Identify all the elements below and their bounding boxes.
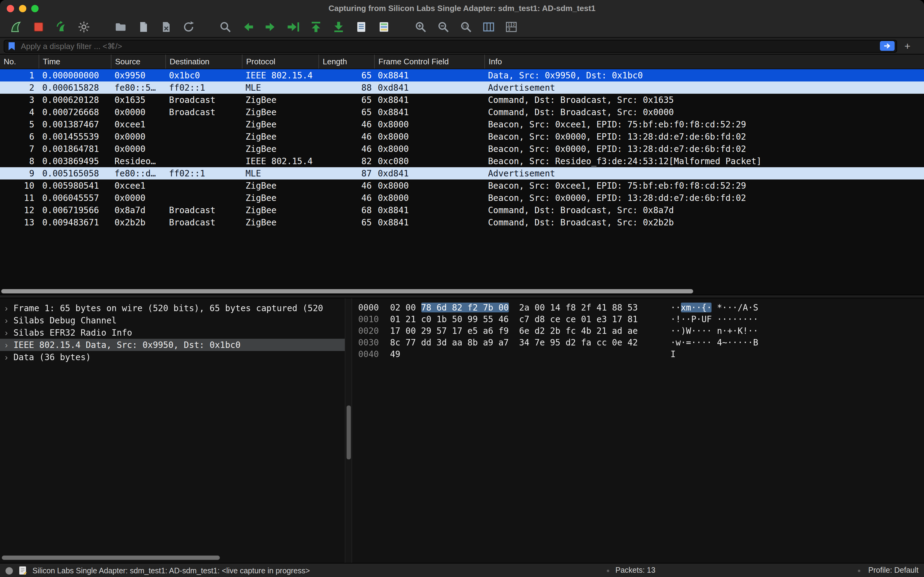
- zoom-out-icon[interactable]: [436, 19, 451, 34]
- hex-row-0040[interactable]: 004049I: [352, 348, 924, 360]
- hex-offset: 0010: [358, 314, 380, 325]
- packet-row-5[interactable]: 50.0013874670xcee1ZigBee460x8000Beacon, …: [0, 118, 924, 131]
- cell-proto: ZigBee: [242, 143, 319, 155]
- cell-src: 0x1635: [111, 94, 165, 106]
- open-file-icon[interactable]: [113, 19, 128, 34]
- capture-comment-icon[interactable]: [18, 566, 27, 575]
- zoom-reset-icon[interactable]: 1:1: [459, 19, 473, 34]
- packet-row-12[interactable]: 120.0067195660x8a7dBroadcastZigBee680x88…: [0, 204, 924, 216]
- column-header-src[interactable]: Source: [111, 55, 165, 69]
- cell-info: Beacon, Src: 0x0000, EPID: 13:28:dd:e7:d…: [485, 143, 924, 155]
- start-capture-icon[interactable]: [8, 19, 23, 34]
- display-filter-input[interactable]: [4, 40, 897, 52]
- packet-list-hscrollbar[interactable]: [0, 288, 924, 294]
- cell-len: 46: [319, 143, 374, 155]
- main-toolbar: 1:1123: [0, 16, 924, 37]
- hex-row-0030[interactable]: 00308c 77 dd 3d aa 8b a9 a7 34 7e 95 d2 …: [352, 337, 924, 348]
- cell-time: 0.000620128: [39, 94, 111, 106]
- close-file-icon[interactable]: [159, 19, 173, 34]
- minimize-window-button[interactable]: [19, 5, 26, 12]
- hex-row-0020[interactable]: 002017 00 29 57 17 e5 a6 f9 6e d2 2b fc …: [352, 325, 924, 337]
- details-hscrollbar[interactable]: [1, 555, 344, 561]
- go-forward-icon[interactable]: [263, 19, 278, 34]
- detail-row[interactable]: ›Data (36 bytes): [0, 351, 345, 363]
- packet-row-9[interactable]: 90.005165058fe80::d…ff02::1MLE870xd841Ad…: [0, 167, 924, 179]
- cell-dst: [165, 192, 242, 204]
- cell-no: 13: [0, 216, 39, 229]
- packet-row-10[interactable]: 100.0059805410xcee1ZigBee460x8000Beacon,…: [0, 179, 924, 192]
- column-header-dst[interactable]: Destination: [165, 55, 242, 69]
- cell-time: 0.003869495: [39, 155, 111, 167]
- packet-row-13[interactable]: 130.0094836710x2b2bBroadcastZigBee650x88…: [0, 216, 924, 229]
- hex-row-0010[interactable]: 001001 21 c0 1b 50 99 55 46 c7 d8 ce ce …: [352, 314, 924, 325]
- packet-row-1[interactable]: 10.0000000000x99500x1bc0IEEE 802.15.4650…: [0, 69, 924, 81]
- cell-info: Data, Src: 0x9950, Dst: 0x1bc0: [485, 69, 924, 81]
- expand-chevron-icon[interactable]: ›: [5, 314, 8, 327]
- packet-row-2[interactable]: 20.000615828fe80::5…ff02::1MLE880xd841Ad…: [0, 81, 924, 94]
- cell-len: 46: [319, 131, 374, 143]
- column-header-fcf[interactable]: Frame Control Field: [374, 55, 485, 69]
- reload-icon[interactable]: [181, 19, 196, 34]
- scrollbar-thumb[interactable]: [1, 289, 693, 293]
- pane-splitter[interactable]: [0, 295, 924, 298]
- cell-no: 12: [0, 204, 39, 216]
- detail-row[interactable]: ›IEEE 802.15.4 Data, Src: 0x9950, Dst: 0…: [0, 339, 345, 351]
- column-display-icon[interactable]: 123: [504, 19, 518, 34]
- column-header-info[interactable]: Info: [485, 55, 924, 69]
- go-first-packet-icon[interactable]: [309, 19, 323, 34]
- go-back-icon[interactable]: [241, 19, 255, 34]
- cell-proto: IEEE 802.15.4: [242, 155, 319, 167]
- hex-bytes: 02 00 78 6d 82 f2 7b 00 2a 00 14 f8 2f 4…: [390, 302, 639, 314]
- column-header-len[interactable]: Length: [319, 55, 374, 69]
- hex-ascii: ··xm··{· *···/A·S: [671, 302, 758, 314]
- expert-info-icon[interactable]: [5, 567, 13, 574]
- add-filter-button[interactable]: +: [905, 40, 911, 52]
- expand-chevron-icon[interactable]: ›: [5, 339, 8, 351]
- find-packet-icon[interactable]: [218, 19, 233, 34]
- cell-time: 0.001455539: [39, 131, 111, 143]
- hex-row-0000[interactable]: 000002 00 78 6d 82 f2 7b 00 2a 00 14 f8 …: [352, 302, 924, 314]
- packet-row-6[interactable]: 60.0014555390x0000ZigBee460x8000Beacon, …: [0, 131, 924, 143]
- cell-fcf: 0xc080: [374, 155, 485, 167]
- column-header-no[interactable]: No.: [0, 55, 39, 69]
- save-file-icon[interactable]: [136, 19, 151, 34]
- close-window-button[interactable]: [7, 5, 14, 12]
- column-header-proto[interactable]: Protocol: [242, 55, 319, 69]
- detail-row[interactable]: ›Frame 1: 65 bytes on wire (520 bits), 6…: [0, 302, 345, 314]
- expand-chevron-icon[interactable]: ›: [5, 351, 8, 363]
- packet-row-8[interactable]: 80.003869495Resideo…IEEE 802.15.4820xc08…: [0, 155, 924, 167]
- resize-columns-icon[interactable]: [481, 19, 496, 34]
- detail-row[interactable]: ›Silabs EFR32 Radio Info: [0, 327, 345, 339]
- go-to-packet-icon[interactable]: [286, 19, 301, 34]
- cell-dst: ff02::1: [165, 81, 242, 94]
- filter-bookmark-icon[interactable]: [7, 41, 16, 50]
- capture-status-text: Silicon Labs Single Adapter: sdm_test1: …: [32, 566, 310, 575]
- cell-info: Advertisement: [485, 81, 924, 94]
- cell-fcf: 0x8841: [374, 94, 485, 106]
- expand-chevron-icon[interactable]: ›: [5, 327, 8, 339]
- restart-capture-icon[interactable]: [54, 19, 69, 34]
- cell-fcf: 0x8841: [374, 216, 485, 229]
- details-hex-splitter[interactable]: [345, 298, 352, 563]
- profile-label[interactable]: Profile: Default: [868, 566, 919, 575]
- go-last-packet-icon[interactable]: [331, 19, 346, 34]
- stop-capture-icon[interactable]: [31, 19, 46, 34]
- cell-time: 0.001387467: [39, 118, 111, 131]
- expand-chevron-icon[interactable]: ›: [5, 302, 8, 314]
- apply-filter-button[interactable]: [880, 41, 895, 51]
- details-vscrollbar-thumb[interactable]: [346, 406, 351, 459]
- capture-options-icon[interactable]: [77, 19, 91, 34]
- detail-row[interactable]: ›Silabs Debug Channel: [0, 314, 345, 327]
- zoom-in-icon[interactable]: [413, 19, 428, 34]
- colorize-icon[interactable]: [377, 19, 391, 34]
- packet-row-3[interactable]: 30.0006201280x1635BroadcastZigBee650x884…: [0, 94, 924, 106]
- auto-scroll-icon[interactable]: [354, 19, 369, 34]
- column-header-time[interactable]: Time: [39, 55, 111, 69]
- zoom-window-button[interactable]: [31, 5, 39, 12]
- packet-row-7[interactable]: 70.0018647810x0000ZigBee460x8000Beacon, …: [0, 143, 924, 155]
- cell-info: Command, Dst: Broadcast, Src: 0x2b2b: [485, 216, 924, 229]
- scrollbar-thumb[interactable]: [2, 556, 220, 560]
- packet-row-4[interactable]: 40.0007266680x0000BroadcastZigBee650x884…: [0, 106, 924, 118]
- cell-src: 0x0000: [111, 143, 165, 155]
- packet-row-11[interactable]: 110.0060455570x0000ZigBee460x8000Beacon,…: [0, 192, 924, 204]
